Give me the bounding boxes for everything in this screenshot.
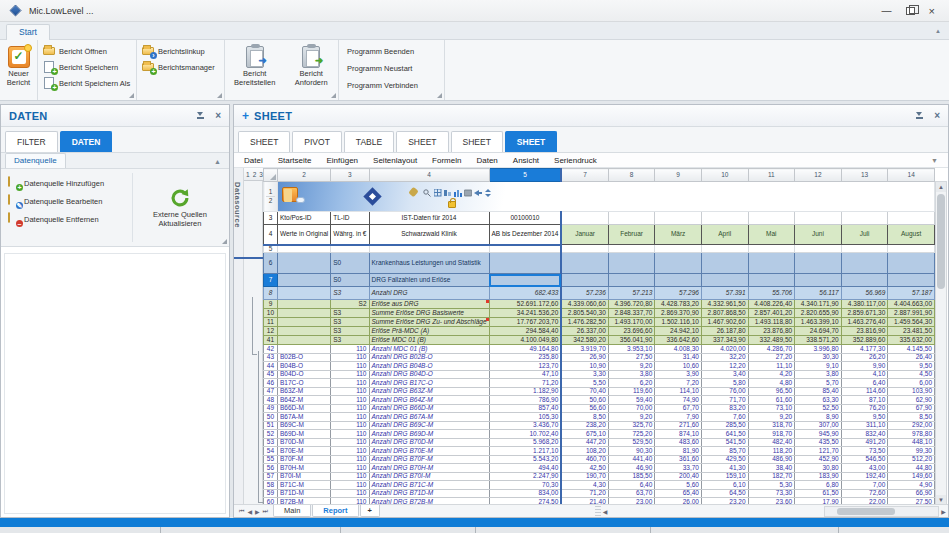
- column-header-2[interactable]: 2: [277, 169, 330, 182]
- cell[interactable]: 110: [331, 489, 369, 498]
- panel-close-icon[interactable]: ×: [215, 111, 221, 121]
- cell[interactable]: 110: [331, 396, 369, 405]
- panel-close-icon[interactable]: ×: [934, 111, 940, 121]
- cell[interactable]: [608, 253, 655, 274]
- cell[interactable]: 114,60: [841, 387, 888, 396]
- row-header-4[interactable]: 4: [264, 225, 278, 245]
- cell[interactable]: 12,20: [701, 362, 748, 371]
- cell[interactable]: 110: [331, 438, 369, 447]
- month-header-august[interactable]: August: [888, 225, 935, 245]
- scroll-left-icon[interactable]: ◀: [601, 508, 610, 515]
- cell[interactable]: 546,50: [841, 455, 888, 464]
- cell[interactable]: 452,90: [795, 455, 842, 464]
- cell[interactable]: 123,70: [489, 362, 561, 371]
- cell[interactable]: 59,40: [608, 396, 655, 405]
- cell[interactable]: 786,90: [489, 396, 561, 405]
- cell[interactable]: [561, 253, 608, 274]
- cell[interactable]: B04D-O: [277, 370, 330, 379]
- cell[interactable]: 108,20: [561, 447, 608, 456]
- cell[interactable]: 70,30: [489, 481, 561, 490]
- cell[interactable]: 4.428.783,20: [655, 300, 702, 309]
- cell[interactable]: S3: [331, 318, 369, 327]
- cell[interactable]: 105,30: [489, 413, 561, 422]
- cell[interactable]: Erlöse aus DRG: [369, 300, 489, 309]
- cell[interactable]: Anzahl DRG B63Z-M: [369, 387, 489, 396]
- cell[interactable]: [841, 274, 888, 287]
- cell[interactable]: 110: [331, 413, 369, 422]
- cell[interactable]: 2.848.337,70: [608, 309, 655, 318]
- cell[interactable]: [701, 274, 748, 287]
- cell[interactable]: 486,90: [748, 455, 795, 464]
- menu-datei[interactable]: Datei: [244, 156, 263, 165]
- row-header-44[interactable]: 44: [264, 362, 278, 371]
- cell[interactable]: 834,00: [489, 489, 561, 498]
- header-cell[interactable]: IST-Daten für 2014: [369, 212, 489, 225]
- cell[interactable]: 4,20: [748, 370, 795, 379]
- cell[interactable]: [888, 212, 935, 225]
- row-header-12[interactable]: 12: [264, 327, 278, 336]
- open-report-button[interactable]: Bericht Öffnen: [40, 43, 134, 59]
- cell[interactable]: 2.859.671,30: [841, 309, 888, 318]
- column-header-11[interactable]: 11: [748, 169, 795, 182]
- cell[interactable]: 42,50: [561, 464, 608, 473]
- cell[interactable]: 491,20: [841, 438, 888, 447]
- cell[interactable]: 325,70: [608, 421, 655, 430]
- cell[interactable]: 52.691.172,60: [489, 300, 561, 309]
- cell[interactable]: [841, 253, 888, 274]
- cell[interactable]: B71C-M: [277, 481, 330, 490]
- cell[interactable]: [841, 212, 888, 225]
- vertical-scrollbar[interactable]: ▲ ▼: [935, 181, 947, 506]
- cell[interactable]: 10.702,40: [489, 430, 561, 439]
- cell[interactable]: [701, 253, 748, 274]
- cell[interactable]: 57.296: [655, 287, 702, 300]
- menu-seitenlayout[interactable]: Seitenlayout: [373, 156, 417, 165]
- cell[interactable]: 5,50: [561, 379, 608, 388]
- cell[interactable]: Anzahl DRG B04D-O: [369, 370, 489, 379]
- cell[interactable]: 23.876,80: [748, 327, 795, 336]
- cell[interactable]: 4.145,50: [888, 345, 935, 354]
- row-header-43[interactable]: 43: [264, 353, 278, 362]
- pin-icon[interactable]: [196, 111, 205, 120]
- cell[interactable]: 67,90: [888, 404, 935, 413]
- cell[interactable]: 337.343,90: [701, 336, 748, 345]
- refresh-external-button[interactable]: Externe Quellen Aktualisieren: [133, 173, 227, 242]
- cell[interactable]: Anzahl DRG B67A-M: [369, 413, 489, 422]
- cell[interactable]: 185,50: [608, 472, 655, 481]
- row-header-11[interactable]: 11: [264, 318, 278, 327]
- cell[interactable]: 3,30: [561, 370, 608, 379]
- cell[interactable]: 6,10: [701, 481, 748, 490]
- cell[interactable]: 832,40: [841, 430, 888, 439]
- cell[interactable]: 4.008,30: [655, 345, 702, 354]
- cell[interactable]: 70,40: [561, 387, 608, 396]
- cell[interactable]: Erlöse Prä-MDC (A): [369, 327, 489, 336]
- cell[interactable]: 24.942,10: [655, 327, 702, 336]
- cell[interactable]: 61,60: [748, 396, 795, 405]
- cell[interactable]: [489, 274, 561, 287]
- save-report-as-button[interactable]: + Bericht Speichern Als: [40, 75, 134, 91]
- cell[interactable]: 27,50: [608, 353, 655, 362]
- cell[interactable]: 1.459.564,30: [888, 318, 935, 327]
- cell[interactable]: 70,00: [608, 404, 655, 413]
- cell[interactable]: [608, 245, 655, 253]
- cell[interactable]: 110: [331, 430, 369, 439]
- cell[interactable]: 34.241.536,20: [489, 309, 561, 318]
- sheet-tab-2-table[interactable]: TABLE: [344, 131, 394, 152]
- sheet-tab-1-pivot[interactable]: PIVOT: [292, 131, 342, 152]
- cell[interactable]: [655, 212, 702, 225]
- row-header-57[interactable]: 57: [264, 472, 278, 481]
- cell[interactable]: 4.396.720,80: [608, 300, 655, 309]
- cell[interactable]: 4,80: [748, 379, 795, 388]
- cell[interactable]: B69C-M: [277, 421, 330, 430]
- save-report-button[interactable]: + Bericht Speichern: [40, 59, 134, 75]
- dialog-launcher-icon[interactable]: [437, 93, 442, 98]
- cell[interactable]: Anzahl MDC 01 (B): [369, 345, 489, 354]
- cell[interactable]: 72,60: [841, 489, 888, 498]
- cell[interactable]: B64Z-M: [277, 396, 330, 405]
- row-header-5[interactable]: 5: [264, 245, 278, 253]
- cell[interactable]: 76,00: [701, 387, 748, 396]
- cell[interactable]: B17C-O: [277, 379, 330, 388]
- cell[interactable]: 26.187,80: [701, 327, 748, 336]
- dialog-launcher-icon[interactable]: [217, 93, 222, 98]
- cell[interactable]: 857,40: [489, 404, 561, 413]
- cell[interactable]: Summe Erlöse DRG Zu- und Abschläge: [369, 318, 489, 327]
